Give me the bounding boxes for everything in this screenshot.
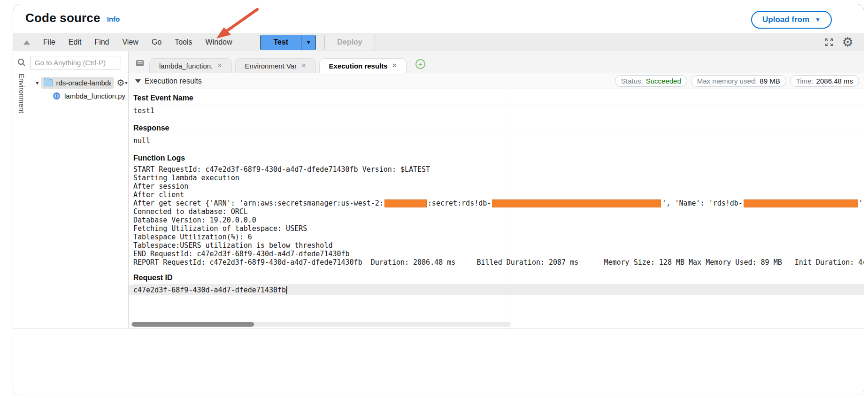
badge-value: 89 MB: [760, 77, 780, 85]
badge-time-: Time:2086.48 ms: [790, 75, 859, 87]
test-event-name-heading: Test Event Name: [133, 93, 864, 105]
redacted-secret: [384, 199, 427, 207]
sidebar-strip: Environment: [13, 51, 30, 329]
log-line: Tablespace Utilization(%): 6: [133, 233, 864, 241]
tab-label: Environment Var: [245, 62, 297, 70]
info-link[interactable]: Info: [107, 15, 120, 23]
sidebar: Environment ▾ rds-oracle-lambda-in ⚙ ▾: [13, 51, 129, 329]
test-dropdown-caret[interactable]: ▼: [301, 35, 315, 50]
title-row: Code source Info Upload from ▼: [13, 4, 864, 33]
settings-gear-icon[interactable]: ⚙: [842, 36, 853, 49]
tree-file-row[interactable]: lambda_function.py: [53, 92, 128, 100]
log-line: Starting lambda execution: [133, 174, 864, 182]
editor-pane: lambda_function.×Environment Var×Executi…: [129, 51, 864, 329]
ide-main: Environment ▾ rds-oracle-lambda-in ⚙ ▾: [13, 51, 864, 329]
function-logs-heading: Function Logs: [133, 153, 864, 165]
go-to-anything-input[interactable]: [30, 56, 121, 69]
environment-panel-tab[interactable]: Environment: [18, 74, 26, 113]
horizontal-scrollbar-track[interactable]: [131, 322, 511, 327]
python-file-icon: [53, 92, 61, 100]
tab-lambda-function-[interactable]: lambda_function.×: [149, 58, 232, 73]
collapse-results-icon[interactable]: [135, 79, 141, 83]
log-line: Fetching Utilization of tablespace: USER…: [133, 224, 864, 233]
text-cursor: [286, 286, 287, 294]
upload-from-label: Upload from: [762, 15, 809, 24]
gear-glyph: ⚙: [117, 78, 125, 87]
menu-tools[interactable]: Tools: [168, 38, 199, 46]
tree-folder-row[interactable]: ▾ rds-oracle-lambda-in ⚙ ▾: [30, 77, 128, 89]
badge-label: Status:: [621, 77, 643, 85]
response-value: null: [133, 135, 864, 145]
menu-edit[interactable]: Edit: [62, 38, 88, 46]
menu-find[interactable]: Find: [88, 38, 115, 46]
badge-max-memory-used-: Max memory used:89 MB: [691, 75, 786, 87]
chevron-down-icon: ▼: [815, 16, 821, 23]
test-event-name-section: Test Event Name test1: [133, 93, 864, 115]
tab-close-icon[interactable]: ×: [217, 61, 222, 70]
gear-caret: ▾: [125, 80, 128, 85]
tab-label: lambda_function.: [159, 62, 213, 70]
log-line: Connected to database: ORCL: [133, 207, 864, 216]
horizontal-scrollbar-thumb[interactable]: [132, 322, 254, 327]
tab-list-icon[interactable]: [135, 59, 145, 68]
folder-settings-gear-icon[interactable]: ⚙ ▾: [117, 78, 128, 87]
tab-close-icon[interactable]: ×: [392, 61, 397, 70]
deploy-button[interactable]: Deploy: [324, 35, 375, 50]
folder-name: rds-oracle-lambda-in: [56, 79, 111, 87]
menu-window[interactable]: Window: [199, 38, 239, 46]
lambda-code-source-page: { "header": { "title": "Code source", "i…: [0, 0, 868, 398]
code-source-card: Code source Info Upload from ▼ FileEditF…: [13, 4, 864, 395]
tab-execution-results[interactable]: Execution results×: [319, 58, 407, 73]
execution-results-title: Execution results: [145, 77, 202, 85]
redacted-secret: [492, 199, 661, 207]
test-button-label[interactable]: Test: [261, 35, 301, 50]
request-id-heading: Request ID: [133, 273, 864, 285]
menu-view[interactable]: View: [115, 38, 145, 46]
folder-icon: [44, 79, 53, 86]
request-id-line[interactable]: c47e2d3f-68f9-430d-a4d7-dfede71430fb: [129, 285, 864, 295]
file-tree: ▾ rds-oracle-lambda-in ⚙ ▾: [30, 77, 128, 100]
tab-label: Execution results: [329, 62, 388, 70]
ide-menubar: FileEditFindViewGoToolsWindow Test ▼ Dep…: [13, 33, 864, 51]
test-event-name-value: test1: [133, 105, 864, 115]
menu-items: FileEditFindViewGoToolsWindow: [37, 38, 238, 46]
log-line: Database Version: 19.20.0.0.0: [133, 216, 864, 224]
file-name: lambda_function.py: [64, 92, 125, 100]
status-badges: Status:SucceededMax memory used:89 MBTim…: [615, 75, 859, 87]
upload-from-button[interactable]: Upload from ▼: [751, 11, 832, 29]
badge-value: 2086.48 ms: [816, 77, 853, 85]
menu-go[interactable]: Go: [145, 38, 168, 46]
badge-status-: Status:Succeeded: [615, 75, 687, 87]
execution-results-content: Test Event Name test1 Response null Func…: [129, 89, 864, 329]
log-line: After session: [133, 182, 864, 191]
page-title: Code source: [25, 11, 100, 25]
menu-file[interactable]: File: [37, 38, 62, 46]
collapse-panel-icon[interactable]: [23, 40, 30, 45]
tab-close-icon[interactable]: ×: [301, 61, 306, 70]
log-line: After get secret {'ARN': 'arn:aws:secret…: [133, 199, 864, 207]
test-button[interactable]: Test ▼: [260, 35, 316, 50]
tabs: lambda_function.×Environment Var×Executi…: [149, 58, 410, 73]
function-logs: START RequestId: c47e2d3f-68f9-430d-a4d7…: [133, 165, 864, 267]
tab-environment-var[interactable]: Environment Var×: [235, 58, 316, 73]
tabs-bar: lambda_function.×Environment Var×Executi…: [129, 51, 864, 73]
folder-expand-caret-icon[interactable]: ▾: [36, 79, 39, 86]
fullscreen-icon[interactable]: [824, 38, 834, 47]
search-icon[interactable]: [17, 58, 26, 67]
request-id-value: c47e2d3f-68f9-430d-a4d7-dfede71430fb: [133, 286, 286, 294]
response-section: Response null: [133, 123, 864, 145]
redacted-secret: [744, 199, 858, 207]
log-line: START RequestId: c47e2d3f-68f9-430d-a4d7…: [133, 165, 864, 174]
badge-label: Time:: [796, 77, 814, 85]
log-line: After client: [133, 191, 864, 199]
card-footer-space: [13, 329, 864, 395]
new-tab-plus-icon[interactable]: +: [415, 59, 425, 69]
log-line: Tablespace:USERS utilization is below th…: [133, 241, 864, 250]
log-line: END RequestId: c47e2d3f-68f9-430d-a4d7-d…: [133, 250, 864, 258]
badge-label: Max memory used:: [697, 77, 757, 85]
folder-selected[interactable]: rds-oracle-lambda-in: [41, 77, 114, 89]
log-line: REPORT RequestId: c47e2d3f-68f9-430d-a4d…: [133, 258, 864, 267]
request-id-section: Request ID c47e2d3f-68f9-430d-a4d7-dfede…: [133, 273, 864, 295]
environment-panel: ▾ rds-oracle-lambda-in ⚙ ▾: [30, 51, 128, 329]
function-logs-section: Function Logs START RequestId: c47e2d3f-…: [133, 153, 864, 267]
